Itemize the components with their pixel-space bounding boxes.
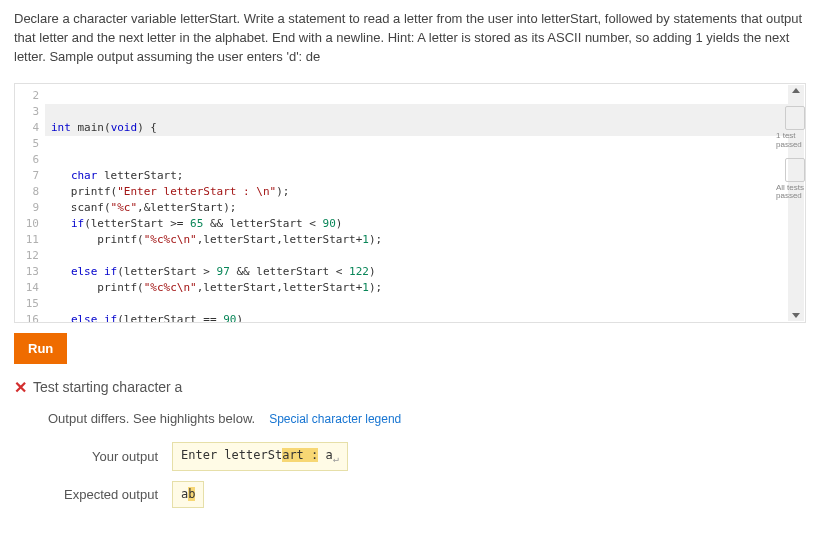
test-result-row: ✕ Test starting character a (14, 378, 820, 397)
your-output-highlight: art : (282, 448, 318, 462)
fail-x-icon: ✕ (14, 378, 27, 397)
line-no: 2 (19, 88, 39, 104)
line-no: 3 (19, 104, 39, 120)
line-no: 14 (19, 280, 39, 296)
line-no: 8 (19, 184, 39, 200)
test-badges-sidebar: 1 test passed All tests passed (776, 106, 814, 209)
line-no: 13 (19, 264, 39, 280)
expected-output-highlight: b (188, 487, 195, 501)
scroll-up-icon[interactable] (792, 88, 800, 93)
code-editor[interactable]: 2 3 4 5 6 7 8 9 10 11 12 13 14 15 16 17 … (14, 83, 806, 323)
all-tests-label: All tests passed (776, 184, 814, 202)
code-area[interactable]: int main(void) { char letterStart; print… (45, 84, 805, 322)
expected-output-label: Expected output (48, 487, 158, 502)
your-output-label: Your output (48, 449, 158, 464)
diff-message: Output differs. See highlights below. (48, 411, 255, 426)
your-output-text2: a (326, 448, 333, 462)
line-no: 7 (19, 168, 39, 184)
line-no: 16 (19, 312, 39, 323)
line-no: 4 (19, 120, 39, 136)
line-no: 6 (19, 152, 39, 168)
line-no: 5 (19, 136, 39, 152)
newline-icon: ↵ (333, 453, 339, 464)
line-gutter: 2 3 4 5 6 7 8 9 10 11 12 13 14 15 16 17 … (15, 84, 45, 322)
scroll-down-icon[interactable] (792, 313, 800, 318)
test-name: Test starting character a (33, 379, 182, 395)
expected-output-row: Expected output ab (48, 481, 820, 508)
output-diff-section: Output differs. See highlights below. Sp… (48, 411, 820, 508)
all-tests-badge (785, 158, 805, 182)
your-output-box: Enter letterStart : a↵ (172, 442, 348, 471)
run-button[interactable]: Run (14, 333, 67, 364)
expected-output-box: ab (172, 481, 204, 508)
one-test-badge (785, 106, 805, 130)
line-no: 12 (19, 248, 39, 264)
line-no: 10 (19, 216, 39, 232)
line-no: 11 (19, 232, 39, 248)
special-char-legend-link[interactable]: Special character legend (269, 412, 401, 426)
your-output-text: Enter letterSt (181, 448, 282, 462)
your-output-row: Your output Enter letterStart : a↵ (48, 442, 820, 471)
line-no: 15 (19, 296, 39, 312)
problem-statement: Declare a character variable letterStart… (0, 0, 820, 75)
editor-container: 2 3 4 5 6 7 8 9 10 11 12 13 14 15 16 17 … (14, 83, 806, 323)
line-no: 9 (19, 200, 39, 216)
one-test-label: 1 test passed (776, 132, 814, 150)
